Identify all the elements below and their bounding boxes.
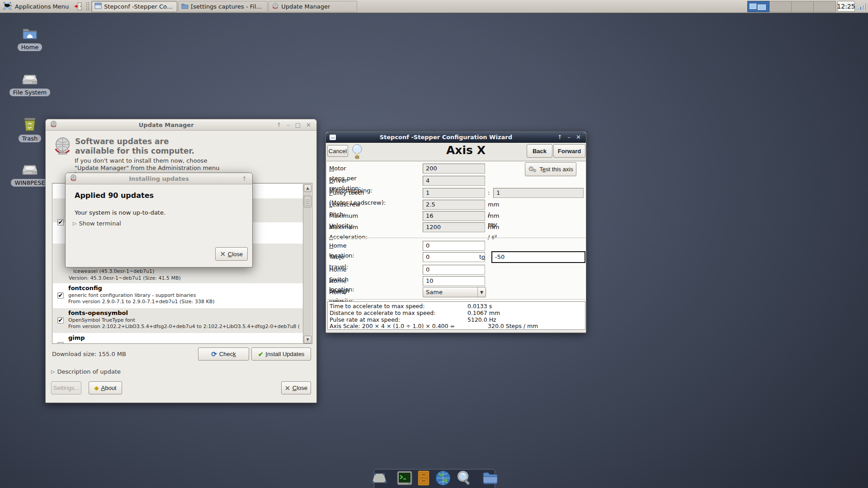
panel-handle[interactable] — [86, 2, 90, 11]
summary-label: Time to accelerate to max speed: — [330, 303, 425, 310]
folder-icon — [181, 3, 189, 10]
settings-button-label: Settings... — [53, 385, 80, 391]
taskbar-button-update-manager[interactable]: Update Manager — [269, 1, 357, 12]
home-location-input[interactable]: 0 — [423, 241, 485, 251]
form-separator — [327, 238, 585, 239]
test-axis-button[interactable]: ⚙ ⚙ Test this axis — [525, 162, 576, 176]
audio-mixer-icon[interactable] — [857, 1, 867, 11]
package-name: fontconfig — [68, 285, 102, 291]
maximize-button[interactable]: □ — [294, 122, 302, 128]
chevron-down-icon: ▼ — [477, 287, 486, 297]
workspace-switcher[interactable] — [747, 1, 836, 12]
max-velocity-input[interactable]: 16 — [423, 211, 485, 221]
package-version: From version 2:102.2+LibO3.5.4+dfsg2-0+d… — [68, 324, 300, 329]
field-label: Maximum Acceleration: — [329, 222, 368, 242]
forward-button[interactable]: Forward — [553, 144, 585, 158]
table-travel-min-input[interactable]: 0 — [423, 252, 485, 262]
stepconf-titlebar[interactable]: Stepconf -Stepper Configuration Wizard ↑… — [326, 132, 586, 143]
checkmark-icon: ✔ — [258, 351, 264, 357]
minimize-button[interactable]: – — [285, 122, 291, 128]
file-cabinet-icon[interactable] — [417, 470, 430, 487]
search-icon[interactable] — [456, 470, 472, 488]
shade-button[interactable]: ↑ — [556, 134, 564, 140]
package-checkbox[interactable]: ✔ — [57, 342, 64, 344]
show-terminal-expander[interactable]: ▷ Show terminal — [73, 220, 121, 227]
close-x-icon: ✕ — [220, 251, 226, 257]
package-desc: iceweasel (45.3.0esr-1~deb7u1) — [73, 268, 154, 274]
panel-clock[interactable]: 12:25 — [837, 1, 855, 12]
settings-button[interactable]: Settings... — [51, 381, 81, 394]
back-button[interactable]: Back — [527, 144, 552, 158]
taskbar-button-file-manager[interactable]: [settings captures - File ... — [178, 1, 268, 12]
package-row-fontconfig[interactable]: ✔ fontconfig generic font configuration … — [53, 283, 304, 308]
logout-launcher-button[interactable] — [72, 1, 84, 12]
scrollbar-thumb[interactable] — [304, 196, 311, 207]
dialog-close-button[interactable]: ✕ Close — [215, 247, 248, 261]
check-button[interactable]: ⟳ Check — [198, 347, 249, 361]
desktop-icon-file-system[interactable]: File System — [3, 73, 57, 96]
dialog-titlebar[interactable]: Installing updates ↑ — [66, 173, 252, 184]
window-icon — [330, 135, 336, 140]
terminal-icon[interactable] — [397, 471, 412, 487]
package-checkbox[interactable]: ✔ — [57, 317, 64, 324]
update-manager-titlebar[interactable]: Update Manager ↑ – □ ✕ — [46, 119, 316, 131]
expander-triangle-icon: ▷ — [51, 369, 55, 375]
close-button-label: Close — [292, 385, 307, 391]
workspace-4[interactable] — [814, 1, 836, 12]
package-name: fonts-opensymbol — [68, 310, 128, 316]
motor-steps-input[interactable]: 200 — [423, 164, 485, 174]
microstepping-input[interactable]: 4 — [423, 176, 485, 186]
close-button[interactable]: ✕ — [305, 122, 312, 128]
applications-menu-button[interactable]: Applications Menu — [0, 0, 72, 13]
package-row-gimp[interactable]: ✔ gimp — [53, 333, 304, 344]
package-row-fonts-opensymbol[interactable]: ✔ fonts-opensymbol OpenSymbol TrueType f… — [53, 308, 304, 333]
scroll-down-button[interactable]: ▼ — [304, 336, 311, 343]
minimize-button[interactable]: – — [566, 134, 572, 140]
dialog-title: Installing updates — [80, 175, 238, 182]
install-updates-button[interactable]: ✔ Install Updates — [251, 347, 311, 361]
to-label: to — [479, 252, 485, 262]
check-button-label: Check — [219, 351, 236, 357]
taskbar-button-stepconf[interactable]: Stepconf -Stepper Confi... — [91, 1, 177, 12]
workspace-2[interactable] — [769, 1, 792, 12]
axis-summary-box: Time to accelerate to max speed: 0.0133 … — [327, 301, 585, 330]
package-desc: generic font configuration library - sup… — [68, 292, 196, 298]
show-terminal-label: Show terminal — [79, 220, 121, 227]
list-scrollbar[interactable]: ▲ ▼ — [303, 184, 311, 344]
close-button[interactable]: ✕ — [575, 134, 582, 140]
desktop-icon-label: File System — [9, 89, 50, 96]
shade-button[interactable]: ↑ — [275, 122, 283, 128]
shade-button[interactable]: ↑ — [241, 176, 248, 182]
web-browser-icon[interactable] — [435, 470, 451, 488]
workspace-3[interactable] — [792, 1, 814, 12]
workspace-1-active[interactable] — [747, 1, 769, 12]
desktop: Applications Menu Stepconf -Stepper Conf… — [0, 0, 868, 488]
installing-updates-dialog: Installing updates ↑ Applied 90 updates … — [65, 173, 253, 267]
desktop-icon-home[interactable]: Home — [3, 26, 57, 51]
update-heading: Software updates are available for this … — [75, 137, 194, 156]
summary-label: Axis Scale: 200 × 4 × (1.0 ÷ 1.0) × 0.40… — [330, 323, 455, 329]
home-switch-location-input[interactable]: 0 — [423, 265, 485, 275]
description-expander[interactable]: ▷ Description of update — [51, 368, 121, 375]
show-desktop-icon[interactable] — [372, 472, 387, 485]
file-manager-folder-icon[interactable] — [482, 471, 498, 486]
cancel-button[interactable]: Cancel — [327, 145, 348, 157]
about-button[interactable]: ◆ About — [89, 381, 122, 394]
pulley-teeth-leadscrew-input[interactable]: 1 — [493, 188, 584, 198]
dialog-heading: Applied 90 updates — [75, 191, 154, 200]
refresh-icon: ⟳ — [211, 351, 217, 357]
window-title: Update Manager — [60, 122, 272, 128]
home-latch-direction-select[interactable]: Same ▼ — [423, 287, 486, 297]
scroll-up-button[interactable]: ▲ — [304, 184, 311, 192]
package-desc: OpenSymbol TrueType font — [68, 317, 135, 323]
form-separator — [327, 299, 585, 300]
table-travel-max-input[interactable]: -50 — [491, 251, 585, 263]
pulley-teeth-motor-input[interactable]: 1 — [423, 188, 485, 198]
package-checkbox[interactable]: ✔ — [57, 292, 64, 299]
home-folder-icon — [21, 26, 38, 41]
back-button-label: Back — [533, 148, 547, 155]
leadscrew-pitch-input[interactable]: 2.5 — [423, 200, 485, 210]
close-window-button[interactable]: ✕ Close — [281, 381, 311, 394]
max-acceleration-input[interactable]: 1200 — [423, 222, 485, 232]
home-search-velocity-input[interactable]: 10 — [423, 276, 485, 286]
